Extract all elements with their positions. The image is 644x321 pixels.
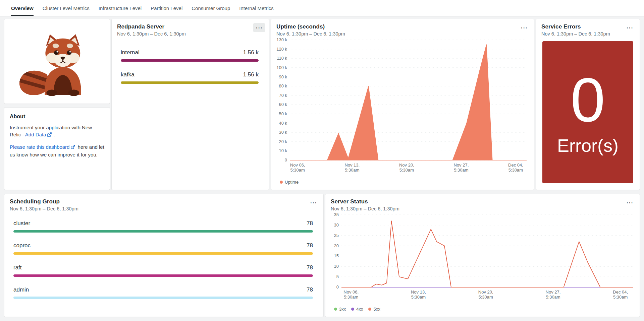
ellipsis-menu-icon: ⋯ [310,199,317,206]
bar-fill [121,59,259,62]
tab-cluster-level-metrics[interactable]: Cluster Level Metrics [43,0,90,16]
bar-label: kafka [121,71,135,78]
card-header: Redpanda Server Nov 6, 1:30pm – Dec 6, 1… [112,19,269,37]
card-menu-button[interactable]: ⋯ [624,23,636,32]
svg-text:80 k: 80 k [279,83,287,88]
bar-row-header: raft 78 [13,264,313,271]
card-title: Redpanda Server [117,23,264,30]
legend-label: Uptime [285,180,299,185]
bar-row-header: kafka 1.56 k [121,71,259,78]
bar-fill [13,297,313,299]
bar-row-raft[interactable]: raft 78 [13,264,313,277]
bar-label: admin [13,286,29,293]
bar-row-header: coproc 78 [13,242,313,249]
bar-row-kafka[interactable]: kafka 1.56 k [121,71,259,84]
add-data-link[interactable]: Add Data [25,132,46,137]
bar-value: 78 [307,286,313,293]
ellipsis-menu-icon: ⋯ [521,24,528,31]
legend-label: 5xx [373,307,380,312]
about-column: About Instrument your application with N… [4,19,110,190]
svg-text:Nov 13,: Nov 13, [411,290,426,295]
svg-text:20 k: 20 k [279,139,287,144]
svg-text:100 k: 100 k [276,65,287,70]
bar-chart: internal 1.56 k kafka 1.56 k [112,49,269,93]
bar-value: 78 [307,264,313,271]
bar-track [13,230,313,233]
bar-row-header: internal 1.56 k [121,49,259,56]
scheduling-group-card: Scheduling Group Nov 6, 1:30pm – Dec 6, … [4,194,324,317]
bar-row-cluster[interactable]: cluster 78 [13,220,313,233]
uptime-area-chart[interactable]: 010 k20 k30 k40 k50 k60 k70 k80 k90 k100… [271,37,534,178]
bar-track [13,252,313,255]
uptime-card: Uptime (seconds) Nov 6, 1:30pm – Dec 6, … [271,19,534,190]
svg-text:20: 20 [334,243,339,248]
tab-infrastructure-level[interactable]: Infrastructure Level [99,0,142,16]
legend-item-5xx[interactable]: 5xx [368,307,380,312]
card-header: Scheduling Group Nov 6, 1:30pm – Dec 6, … [4,194,323,211]
bar-track [13,297,313,299]
bar-track [121,81,259,84]
bar-label: cluster [13,220,30,227]
bar-row-internal[interactable]: internal 1.56 k [121,49,259,62]
bar-row-coproc[interactable]: coproc 78 [13,242,313,255]
legend-label: 3xx [339,307,346,312]
bar-row-header: admin 78 [13,286,313,293]
card-time-range: Nov 6, 1:30pm – Dec 6, 1:30pm [541,31,634,37]
legend-item-3xx[interactable]: 3xx [334,307,346,312]
legend-color-dot [334,308,337,311]
tab-overview[interactable]: Overview [11,0,34,16]
bar-fill [13,230,313,233]
about-paragraph-2: Please rate this dashboard here and let … [10,143,104,158]
ellipsis-menu-icon: ⋯ [626,24,633,31]
svg-text:15: 15 [334,253,339,258]
bar-label: internal [121,49,140,56]
card-time-range: Nov 6, 1:30pm – Dec 6, 1:30pm [276,31,529,37]
svg-text:10 k: 10 k [279,148,287,153]
svg-text:5:30am: 5:30am [399,168,414,173]
card-menu-button[interactable]: ⋯ [624,198,636,207]
svg-text:25: 25 [334,233,339,238]
svg-text:70 k: 70 k [279,93,287,98]
redpanda-image-card [4,19,110,104]
svg-text:Nov 06,: Nov 06, [343,290,359,295]
about-heading: About [10,114,104,120]
rate-dashboard-link[interactable]: Please rate this dashboard [10,144,69,150]
svg-text:5:30am: 5:30am [344,295,358,300]
svg-text:5:30am: 5:30am [290,168,305,173]
error-count-label: Error(s) [557,135,619,156]
redpanda-illustration [15,26,99,97]
server-status-line-chart[interactable]: 05101520253035Nov 06,5:30amNov 13,5:30am… [325,211,640,305]
card-menu-button[interactable]: ⋯ [253,23,265,32]
legend-item-uptime[interactable]: Uptime [280,180,299,185]
bar-fill [13,274,313,277]
svg-text:5:30am: 5:30am [345,168,359,173]
tab-internal-metrics[interactable]: Internal Metrics [239,0,274,16]
server-status-legend: 3xx 4xx 5xx [325,305,640,317]
bar-chart: cluster 78 coproc 78 raft 78 [4,220,323,309]
card-menu-button[interactable]: ⋯ [308,198,319,207]
svg-text:40 k: 40 k [279,121,287,126]
bar-row-admin[interactable]: admin 78 [13,286,313,299]
card-time-range: Nov 6, 1:30pm – Dec 6, 1:30pm [117,31,264,37]
svg-text:5:30am: 5:30am [411,295,426,300]
card-title: Server Status [331,198,634,205]
svg-text:10: 10 [334,264,339,269]
svg-text:120 k: 120 k [276,47,287,52]
bar-value: 78 [307,220,313,227]
svg-text:Nov 20,: Nov 20, [478,290,493,295]
ellipsis-menu-icon: ⋯ [626,199,633,206]
svg-text:0: 0 [285,157,287,163]
svg-text:50 k: 50 k [279,111,287,116]
legend-item-4xx[interactable]: 4xx [351,307,363,312]
card-menu-button[interactable]: ⋯ [518,23,530,32]
bar-fill [13,252,313,255]
tab-partition-level[interactable]: Partition Level [151,0,182,16]
bar-fill [121,81,259,84]
svg-text:Nov 27,: Nov 27, [453,163,469,168]
tab-consumer-group[interactable]: Consumer Group [192,0,230,16]
about-card: About Instrument your application with N… [4,107,110,190]
svg-text:5: 5 [336,274,339,279]
legend-color-dot [368,308,371,311]
bar-value: 1.56 k [243,71,259,78]
legend-label: 4xx [356,307,363,312]
